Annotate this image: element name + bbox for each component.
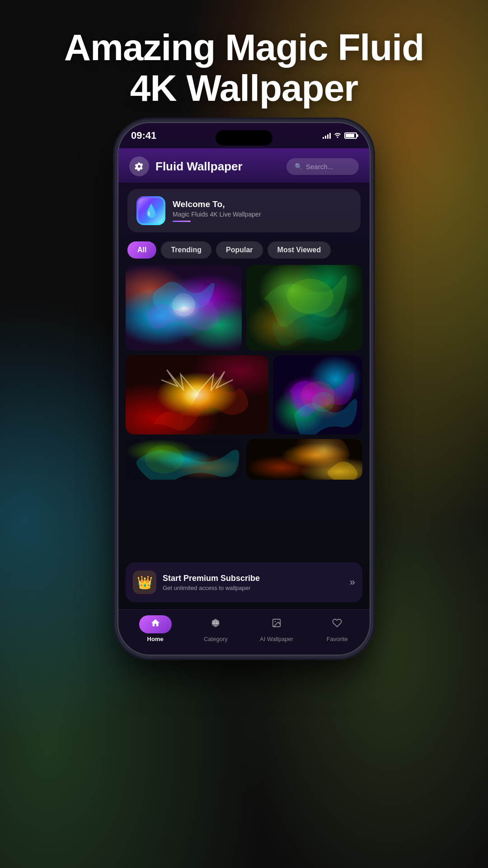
- wifi-icon: [333, 132, 342, 140]
- wallpaper-2[interactable]: [246, 265, 362, 351]
- favorite-icon: [332, 618, 342, 631]
- home-icon: [150, 618, 160, 631]
- banner-text: Welcome To, Magic Fluids 4K Live Wallpap…: [173, 199, 261, 222]
- page-title: Amazing Magic Fluid 4K Wallpaper: [0, 27, 488, 108]
- wallpaper-5[interactable]: [126, 439, 242, 480]
- settings-button[interactable]: [129, 156, 149, 176]
- category-icon: [211, 618, 221, 631]
- ai-wallpaper-icon-wrap: [265, 615, 288, 633]
- search-bar[interactable]: 🔍 Search...: [286, 158, 359, 175]
- tab-most-viewed[interactable]: Most Viewed: [267, 241, 331, 259]
- ai-wallpaper-label: AI Wallpaper: [260, 636, 293, 642]
- grid-row-1: [126, 265, 362, 351]
- dynamic-island: [216, 130, 272, 146]
- status-time: 09:41: [131, 130, 156, 142]
- tab-all[interactable]: All: [127, 241, 156, 259]
- grid-row-3: [126, 439, 362, 480]
- category-icon-wrap: [204, 615, 227, 633]
- tab-trending[interactable]: Trending: [161, 241, 211, 259]
- header-left: Fluid Wallpaper: [129, 156, 243, 176]
- favorite-label: Favorite: [327, 636, 348, 642]
- premium-title: Start Premium Subscribe: [163, 574, 343, 583]
- wallpaper-grid: 👑 Start Premium Subscribe Get unlimited …: [118, 265, 370, 609]
- ai-wallpaper-icon: [272, 618, 282, 631]
- title-line2: 4K Wallpaper: [130, 67, 358, 108]
- category-label: Category: [204, 636, 228, 642]
- wallpaper-1[interactable]: [126, 265, 242, 351]
- premium-crown-icon: 👑: [133, 571, 156, 594]
- phone-frame: 09:41: [117, 122, 371, 656]
- nav-item-favorite[interactable]: Favorite: [325, 615, 349, 642]
- wallpaper-4[interactable]: [273, 355, 362, 434]
- phone-wrapper: 09:41: [117, 122, 371, 656]
- svg-rect-9: [216, 621, 219, 624]
- svg-rect-8: [212, 621, 215, 624]
- status-icons: [323, 132, 357, 140]
- search-placeholder: Search...: [306, 163, 333, 170]
- banner-subtitle: Magic Fluids 4K Live Wallpaper: [173, 211, 261, 218]
- svg-point-11: [274, 621, 276, 622]
- home-label: Home: [147, 636, 164, 642]
- premium-subtitle: Get unlimited access to wallpaper: [163, 585, 343, 591]
- tab-popular[interactable]: Popular: [216, 241, 263, 259]
- svg-point-2: [287, 279, 333, 314]
- wallpaper-6[interactable]: [246, 439, 362, 480]
- banner-title: Welcome To,: [173, 199, 261, 209]
- nav-item-category[interactable]: Category: [204, 615, 228, 642]
- title-line1: Amazing Magic Fluid: [64, 27, 424, 68]
- banner-icon: [136, 196, 165, 225]
- svg-point-6: [145, 445, 184, 474]
- favorite-icon-wrap: [325, 615, 349, 633]
- premium-banner[interactable]: 👑 Start Premium Subscribe Get unlimited …: [126, 562, 362, 602]
- premium-arrow-icon: »: [350, 576, 355, 588]
- banner-underline: [173, 221, 191, 222]
- grid-row-2: [126, 355, 362, 434]
- home-icon-wrap: [139, 615, 172, 633]
- premium-text: Start Premium Subscribe Get unlimited ac…: [163, 574, 343, 591]
- signal-icon: [323, 132, 331, 139]
- search-icon: 🔍: [295, 163, 302, 170]
- app-title: Fluid Wallpaper: [155, 160, 243, 174]
- welcome-banner[interactable]: Welcome To, Magic Fluids 4K Live Wallpap…: [127, 189, 361, 232]
- nav-item-ai-wallpaper[interactable]: AI Wallpaper: [260, 615, 293, 642]
- nav-item-home[interactable]: Home: [139, 615, 172, 642]
- wallpaper-3[interactable]: [126, 355, 268, 434]
- page-title-area: Amazing Magic Fluid 4K Wallpaper: [0, 27, 488, 108]
- svg-point-1: [172, 293, 195, 316]
- phone-screen: 09:41: [118, 123, 370, 655]
- app-content: Fluid Wallpaper 🔍 Search... Welcome To, …: [118, 148, 370, 655]
- svg-point-5: [312, 392, 334, 412]
- app-header: Fluid Wallpaper 🔍 Search...: [118, 148, 370, 183]
- bottom-nav: Home Category: [118, 609, 370, 655]
- filter-tabs: All Trending Popular Most Viewed: [118, 239, 370, 265]
- battery-icon: [344, 132, 357, 139]
